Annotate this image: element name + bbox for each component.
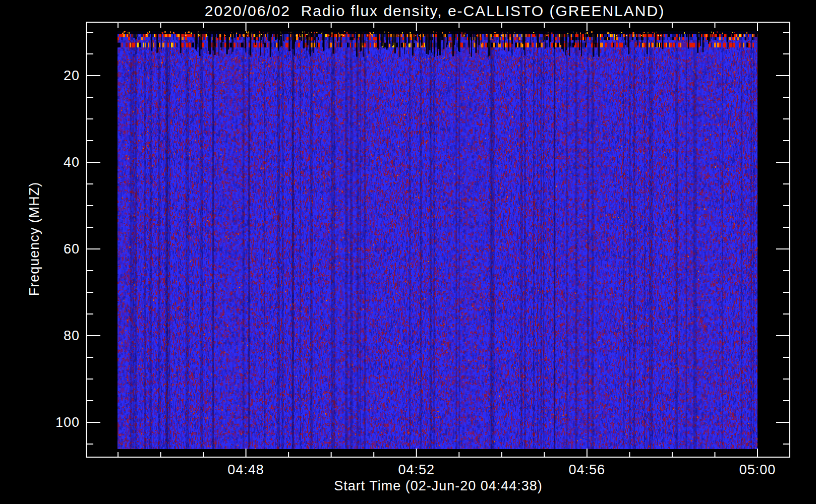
x-tick-label: 04:56: [569, 462, 606, 478]
plot-frame: [86, 22, 790, 458]
spectrogram-page: 2020/06/02 Radio flux density, e-CALLIST…: [0, 0, 816, 504]
chart-title: 2020/06/02 Radio flux density, e-CALLIST…: [205, 3, 665, 20]
y-tick-label: 40: [33, 155, 80, 170]
x-tick-label: 04:52: [398, 462, 435, 478]
x-axis-label: Start Time (02-Jun-20 04:44:38): [334, 478, 543, 494]
y-tick-label: 20: [33, 68, 80, 83]
x-tick-label: 05:00: [739, 462, 776, 478]
y-tick-label: 80: [33, 328, 80, 343]
y-axis-label: Frequency (MHZ): [27, 182, 42, 296]
y-tick-label: 100: [33, 415, 80, 430]
x-tick-label: 04:48: [227, 462, 264, 478]
